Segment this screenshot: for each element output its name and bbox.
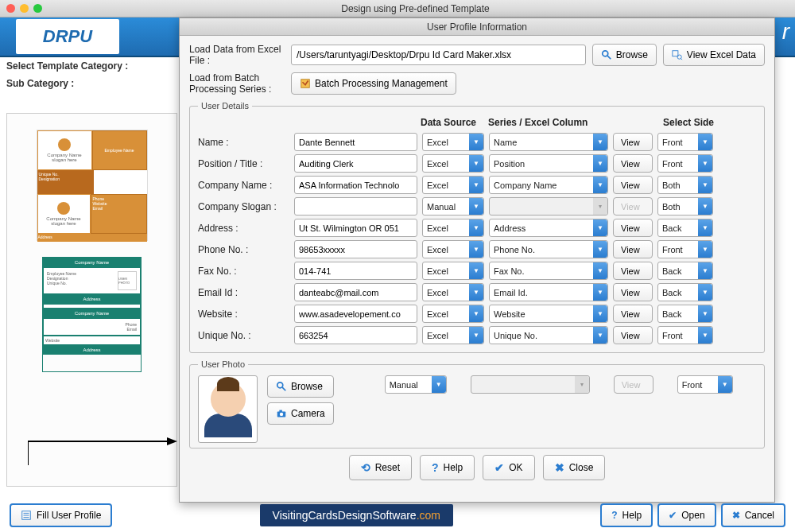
help-button[interactable]: ?Help	[420, 455, 475, 480]
side-select[interactable]: Both▼	[657, 197, 713, 216]
field-label: Fax No. :	[198, 266, 289, 277]
close-button[interactable]: ✖Close	[543, 455, 606, 480]
view-button[interactable]: View	[613, 176, 653, 194]
data-source-select[interactable]: Excel▼	[422, 219, 484, 237]
series-column-select[interactable]: Website▼	[489, 305, 608, 323]
field-row: Position / Title : Excel▼ Position▼ View…	[198, 154, 756, 173]
series-column-select[interactable]: Address▼	[489, 219, 608, 237]
field-value-input[interactable]	[294, 283, 417, 301]
side-select[interactable]: Back▼	[657, 219, 713, 237]
view-button[interactable]: View	[613, 240, 653, 258]
field-value-input[interactable]	[294, 197, 417, 216]
field-value-input[interactable]	[294, 133, 417, 151]
photo-series-select: ▾	[471, 375, 590, 394]
chevron-down-icon: ▼	[698, 262, 712, 279]
excel-path-input[interactable]	[291, 45, 586, 65]
camera-button[interactable]: Camera	[267, 402, 334, 425]
fill-user-profile-button[interactable]: Fill User Profile	[10, 503, 112, 527]
view-button[interactable]: View	[613, 262, 653, 280]
reset-button[interactable]: ⟲Reset	[349, 455, 412, 480]
side-select[interactable]: Front▼	[657, 133, 713, 151]
field-value-input[interactable]	[294, 305, 417, 323]
left-panel: Select Template Category : Sub Category …	[6, 60, 177, 487]
field-value-input[interactable]	[294, 326, 417, 344]
data-source-select[interactable]: Manual▼	[422, 197, 484, 216]
photo-browse-button[interactable]: Browse	[267, 375, 334, 398]
ok-button[interactable]: ✔OK	[483, 455, 534, 480]
series-column-select[interactable]: Name▼	[489, 133, 608, 151]
data-source-select[interactable]: Excel▼	[422, 176, 484, 194]
traffic-lights	[6, 4, 42, 13]
series-column-select[interactable]: Phone No.▼	[489, 240, 608, 258]
data-source-select[interactable]: Excel▼	[422, 283, 484, 301]
view-button[interactable]: View	[613, 326, 653, 344]
chevron-down-icon: ▼	[593, 327, 607, 344]
field-row: Company Name : Excel▼ Company Name▼ View…	[198, 176, 756, 194]
data-source-select[interactable]: Excel▼	[422, 262, 484, 280]
series-column-select[interactable]: Fax No.▼	[489, 262, 608, 280]
template-thumbnail-2[interactable]: Company Name Employee NameDesignationUni…	[42, 257, 142, 372]
view-button[interactable]: View	[613, 305, 653, 323]
field-value-input[interactable]	[294, 262, 417, 280]
user-details-legend: User Details	[198, 101, 252, 111]
help-icon: ?	[611, 510, 617, 521]
chevron-down-icon: ▾	[593, 198, 607, 215]
template-thumbnail-1[interactable]: Company Nameslogan here Employee Name Un…	[37, 130, 148, 241]
photo-side-select[interactable]: Front▼	[677, 375, 733, 394]
side-select[interactable]: Both▼	[657, 176, 713, 194]
side-select[interactable]: Back▼	[657, 283, 713, 301]
view-button[interactable]: View	[613, 283, 653, 301]
close-window-icon[interactable]	[6, 4, 15, 13]
field-label: Unique No. :	[198, 330, 289, 341]
view-button[interactable]: View	[613, 133, 653, 151]
field-label: Email Id :	[198, 287, 289, 298]
view-excel-button[interactable]: View Excel Data	[663, 44, 765, 66]
field-value-input[interactable]	[294, 219, 417, 237]
field-row: Website : Excel▼ Website▼ View Back▼	[198, 305, 756, 323]
bottom-help-button[interactable]: ?Help	[600, 503, 653, 527]
field-value-input[interactable]	[294, 154, 417, 173]
field-value-input[interactable]	[294, 176, 417, 194]
view-button[interactable]: View	[613, 219, 653, 237]
bottom-cancel-button[interactable]: ✖Cancel	[721, 503, 785, 527]
svg-line-1	[607, 56, 611, 59]
side-select[interactable]: Back▼	[657, 262, 713, 280]
chevron-down-icon: ▼	[698, 241, 712, 258]
view-button[interactable]: View	[613, 154, 653, 173]
series-column-select[interactable]: Email Id.▼	[489, 283, 608, 301]
browse-button[interactable]: Browse	[592, 44, 657, 66]
side-select[interactable]: Back▼	[657, 305, 713, 323]
data-source-select[interactable]: Excel▼	[422, 240, 484, 258]
close-icon: ✖	[555, 461, 564, 474]
chevron-down-icon: ▼	[469, 262, 483, 279]
window-title: Design using Pre-defined Template	[42, 3, 789, 14]
side-select[interactable]: Front▼	[657, 154, 713, 173]
search-icon	[601, 49, 612, 60]
side-select[interactable]: Front▼	[657, 326, 713, 344]
template-list: Company Nameslogan here Employee Name Un…	[6, 113, 177, 487]
batch-processing-button[interactable]: Batch Processing Management	[291, 72, 456, 95]
data-source-select[interactable]: Excel▼	[422, 154, 484, 173]
series-column-select[interactable]: Position▼	[489, 154, 608, 173]
series-column-select[interactable]: Unique No.▼	[489, 326, 608, 344]
series-column-select[interactable]: Company Name▼	[489, 176, 608, 194]
data-source-select[interactable]: Excel▼	[422, 305, 484, 323]
select-side-header: Select Side	[663, 117, 723, 128]
chevron-down-icon: ▼	[593, 177, 607, 193]
field-row: Name : Excel▼ Name▼ View Front▼	[198, 133, 756, 151]
svg-rect-2	[673, 51, 678, 56]
svg-point-0	[603, 51, 608, 56]
minimize-window-icon[interactable]	[20, 4, 29, 13]
user-photo-legend: User Photo	[198, 359, 248, 369]
field-value-input[interactable]	[294, 240, 417, 258]
view-button: View	[613, 197, 653, 216]
photo-data-source-select[interactable]: Manual▼	[385, 375, 447, 394]
maximize-window-icon[interactable]	[33, 4, 42, 13]
side-select[interactable]: Front▼	[657, 240, 713, 258]
bottom-open-button[interactable]: ✔Open	[657, 503, 716, 527]
field-label: Position / Title :	[198, 158, 289, 169]
search-icon	[276, 381, 287, 392]
chevron-down-icon: ▼	[469, 284, 483, 301]
data-source-select[interactable]: Excel▼	[422, 133, 484, 151]
data-source-select[interactable]: Excel▼	[422, 326, 484, 344]
